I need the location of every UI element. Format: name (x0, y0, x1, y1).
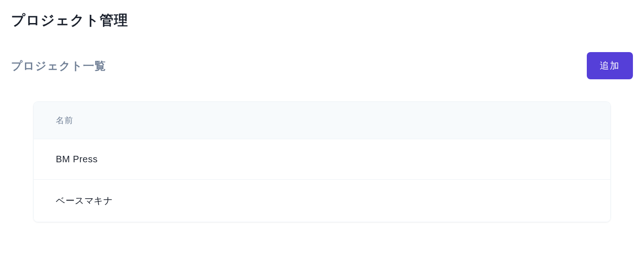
table-header-name: 名前 (56, 115, 588, 126)
table-row[interactable]: BM Press (34, 139, 610, 179)
project-table: 名前 BM Press ベースマキナ (33, 101, 611, 222)
table-cell-name: ベースマキナ (56, 195, 588, 207)
table-header: 名前 (34, 102, 610, 139)
table-row[interactable]: ベースマキナ (34, 179, 610, 222)
table-cell-name: BM Press (56, 154, 588, 165)
section-title: プロジェクト一覧 (11, 59, 106, 73)
section-header: プロジェクト一覧 追加 (11, 52, 633, 79)
add-button[interactable]: 追加 (587, 52, 633, 79)
page-title: プロジェクト管理 (11, 11, 633, 30)
